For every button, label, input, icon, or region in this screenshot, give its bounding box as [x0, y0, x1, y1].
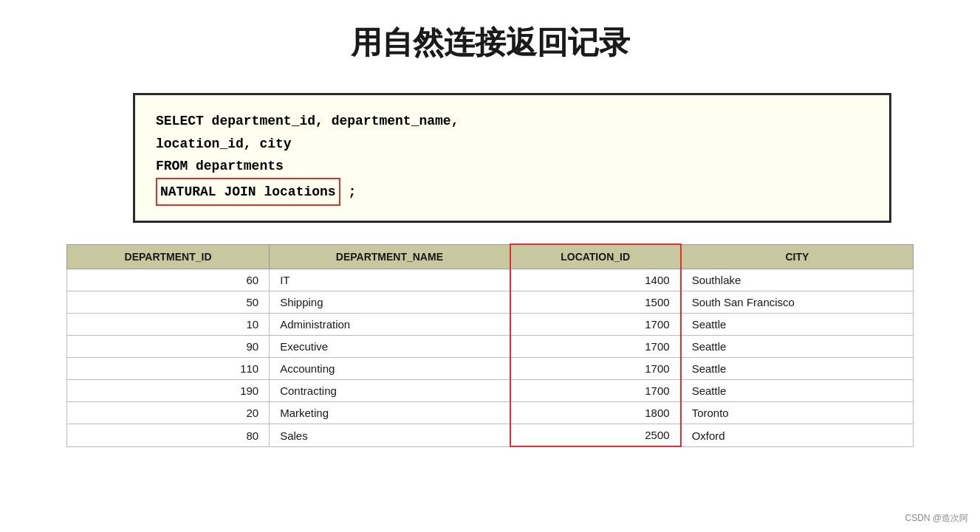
cell-dept-name: Sales [270, 424, 510, 447]
natural-join-keyword: NATURAL JOIN locations [156, 178, 340, 207]
table-header: DEPARTMENT_ID DEPARTMENT_NAME LOCATION_I… [67, 244, 914, 269]
cell-dept-id: 110 [67, 358, 270, 380]
cell-location-id: 1700 [510, 380, 681, 402]
sql-code-block: SELECT department_id, department_name, l… [133, 93, 891, 223]
cell-location-id: 1700 [510, 314, 681, 336]
cell-dept-name: Marketing [270, 402, 510, 424]
cell-dept-id: 10 [67, 314, 270, 336]
cell-dept-name: IT [270, 269, 510, 291]
cell-dept-name: Executive [270, 336, 510, 358]
cell-city: Seattle [681, 380, 914, 402]
cell-dept-id: 60 [67, 269, 270, 291]
cell-city: Toronto [681, 402, 914, 424]
page-title: 用自然连接返回记录 [44, 22, 936, 63]
sql-line-3: FROM departments [156, 155, 868, 178]
cell-location-id: 2500 [510, 424, 681, 447]
cell-dept-id: 20 [67, 402, 270, 424]
cell-location-id: 1700 [510, 358, 681, 380]
table-row: 10Administration1700Seattle [67, 314, 914, 336]
cell-dept-id: 50 [67, 291, 270, 314]
cell-location-id: 1400 [510, 269, 681, 291]
page-container: 用自然连接返回记录 SELECT department_id, departme… [0, 0, 980, 532]
table-row: 20Marketing1800Toronto [67, 402, 914, 424]
sql-line-4: NATURAL JOIN locations ; [156, 178, 868, 207]
col-header-location-id: LOCATION_ID [510, 244, 681, 269]
cell-location-id: 1700 [510, 336, 681, 358]
col-header-city: CITY [681, 244, 914, 269]
cell-city: South San Francisco [681, 291, 914, 314]
sql-line-1: SELECT department_id, department_name, [156, 110, 868, 133]
cell-location-id: 1500 [510, 291, 681, 314]
cell-dept-id: 90 [67, 336, 270, 358]
cell-city: Oxford [681, 424, 914, 447]
col-header-dept-name: DEPARTMENT_NAME [270, 244, 510, 269]
sql-line-2: location_id, city [156, 133, 868, 156]
table-row: 190Contracting1700Seattle [67, 380, 914, 402]
col-header-dept-id: DEPARTMENT_ID [67, 244, 270, 269]
cell-dept-name: Administration [270, 314, 510, 336]
watermark: CSDN @造次阿 [905, 512, 968, 525]
cell-dept-name: Contracting [270, 380, 510, 402]
cell-city: Seattle [681, 358, 914, 380]
cell-location-id: 1800 [510, 402, 681, 424]
cell-dept-id: 80 [67, 424, 270, 447]
table-header-row: DEPARTMENT_ID DEPARTMENT_NAME LOCATION_I… [67, 244, 914, 269]
cell-dept-name: Shipping [270, 291, 510, 314]
table-row: 80Sales2500Oxford [67, 424, 914, 447]
cell-city: Seattle [681, 336, 914, 358]
cell-city: Southlake [681, 269, 914, 291]
table-row: 110Accounting1700Seattle [67, 358, 914, 380]
result-table: DEPARTMENT_ID DEPARTMENT_NAME LOCATION_I… [66, 243, 914, 447]
table-row: 60IT1400Southlake [67, 269, 914, 291]
sql-line-4-rest: ; [340, 184, 357, 199]
table-row: 50Shipping1500South San Francisco [67, 291, 914, 314]
cell-dept-id: 190 [67, 380, 270, 402]
table-body: 60IT1400Southlake50Shipping1500South San… [67, 269, 914, 447]
cell-dept-name: Accounting [270, 358, 510, 380]
table-row: 90Executive1700Seattle [67, 336, 914, 358]
cell-city: Seattle [681, 314, 914, 336]
